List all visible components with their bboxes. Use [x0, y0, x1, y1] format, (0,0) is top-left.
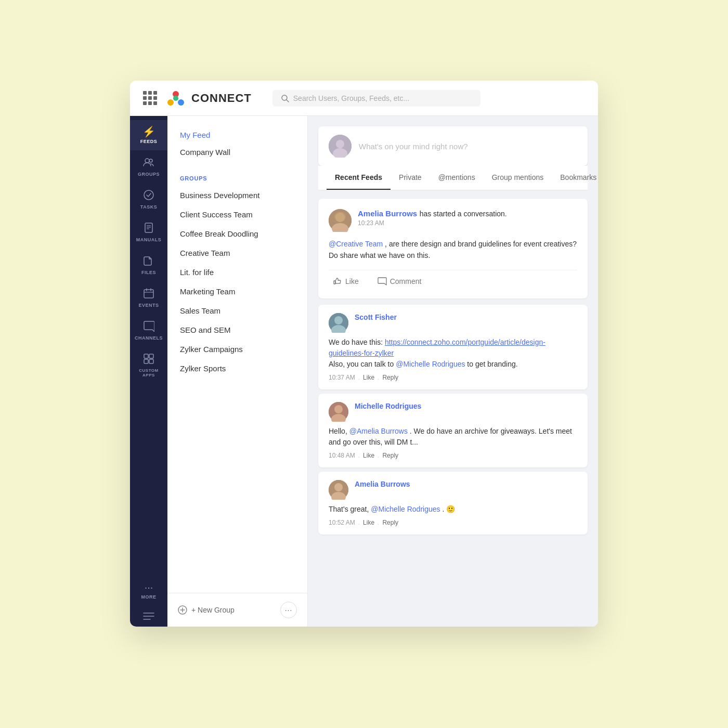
search-bar[interactable]: Search Users, Groups, Feeds, etc... [272, 90, 480, 107]
comment-body-amelia-reply: That's great, @Michelle Rodrigues . 🙂 [329, 504, 577, 515]
comment-time-scott: 10:37 AM [329, 374, 355, 381]
channels-label: CHANNELS [135, 335, 163, 341]
more-options-button[interactable]: ··· [280, 602, 297, 618]
group-item-marketing-team[interactable]: Marketing Team [167, 282, 307, 301]
group-name: Coffee Break Doodling [180, 229, 258, 238]
compose-placeholder[interactable]: What's on your mind right now? [359, 142, 468, 151]
dot-sep: . [378, 452, 379, 459]
svg-point-1 [167, 99, 174, 106]
new-group-button[interactable]: + New Group [178, 605, 235, 615]
sidebar-item-feeds[interactable]: ⚡ FEEDS [130, 120, 167, 150]
mention-michelle-2: @Michelle Rodrigues [371, 505, 440, 513]
comment-meta-michelle: Michelle Rodrigues [355, 402, 421, 422]
post-avatar-amelia [329, 209, 352, 232]
group-item-zylker-sports[interactable]: Zylker Sports [167, 359, 307, 378]
sidebar-item-channels[interactable]: CHANNELS [130, 314, 167, 347]
left-panel-content: My Feed Company Wall GROUPS Business Dev… [167, 116, 307, 593]
group-item-business-development[interactable]: Business Development [167, 186, 307, 205]
tab-recent-feeds[interactable]: Recent Feeds [327, 166, 391, 190]
svg-rect-34 [334, 281, 335, 284]
my-feed-link[interactable]: My Feed [167, 126, 307, 144]
main-body: ⚡ FEEDS GROUPS [130, 116, 598, 627]
comment-footer-amelia-reply: 10:52 AM . Like . Reply [329, 519, 577, 526]
comment-footer-scott: 10:37 AM . Like . Reply [329, 374, 577, 381]
comment-meta-amelia-reply: Amelia Burrows [355, 480, 410, 500]
comment-reply-michelle[interactable]: Reply [382, 452, 398, 459]
comment-like-michelle[interactable]: Like [363, 452, 374, 459]
comment-reply-amelia-reply[interactable]: Reply [382, 519, 398, 526]
sidebar-item-manuals[interactable]: MANUALS [130, 216, 167, 249]
company-wall-link[interactable]: Company Wall [167, 144, 307, 161]
comment-header-michelle: Michelle Rodrigues [329, 402, 577, 422]
svg-rect-13 [144, 290, 153, 298]
sidebar-item-more[interactable]: ··· MORE [130, 576, 167, 606]
brand-logo-icon [165, 88, 186, 109]
sidebar-item-groups[interactable]: GROUPS [130, 150, 167, 183]
comment-avatar-scott [329, 313, 348, 333]
group-item-sales-team[interactable]: Sales Team [167, 301, 307, 320]
feeds-label: FEEDS [140, 139, 158, 144]
tab-private[interactable]: Private [391, 166, 430, 190]
group-item-creative-team[interactable]: Creative Team [167, 243, 307, 263]
tab-group-mentions[interactable]: Group mentions [484, 166, 552, 190]
grid-icon [143, 91, 157, 105]
sidebar-item-tasks[interactable]: TASKS [130, 183, 167, 216]
sidebar-item-custom-apps[interactable]: CUSTOM APPS [130, 347, 167, 384]
comment-author-scott: Scott Fisher [355, 313, 397, 321]
group-item-zylker-campaigns[interactable]: Zylker Campaigns [167, 340, 307, 359]
left-panel-footer: + New Group ··· [167, 593, 307, 627]
comment-time-michelle: 10:48 AM [329, 452, 355, 459]
app-container: CONNECT Search Users, Groups, Feeds, etc… [130, 81, 598, 627]
comment-reply-scott[interactable]: Reply [382, 374, 398, 381]
svg-rect-17 [144, 354, 148, 358]
tabs-bar: Recent Feeds Private @mentions Group men… [318, 166, 588, 190]
feed-post-amelia: Amelia Burrows has started a conversatio… [318, 199, 588, 298]
group-item-coffee-break[interactable]: Coffee Break Doodling [167, 224, 307, 243]
comment-icon [378, 277, 387, 286]
brand-logo: CONNECT [165, 88, 252, 109]
comment-like-scott[interactable]: Like [363, 374, 374, 381]
tab-mentions[interactable]: @mentions [430, 166, 484, 190]
post-meta: Amelia Burrows has started a conversatio… [358, 209, 577, 227]
compose-avatar-image [329, 135, 352, 158]
groups-icon [143, 157, 154, 170]
sidebar-item-events[interactable]: EVENTS [130, 281, 167, 314]
sidebar-item-files[interactable]: FILES [130, 249, 167, 281]
mention-creative-team: @Creative Team [329, 240, 383, 248]
svg-rect-19 [144, 359, 148, 363]
plus-circle-icon [178, 605, 187, 615]
comment-amelia-reply: Amelia Burrows That's great, @Michelle R… [318, 472, 588, 535]
comment-scott: Scott Fisher We do have this: https://co… [318, 305, 588, 389]
group-item-client-success[interactable]: Client Success Team [167, 205, 307, 224]
custom-apps-label: CUSTOM APPS [134, 368, 163, 378]
post-header: Amelia Burrows has started a conversatio… [329, 209, 577, 232]
comment-like-amelia-reply[interactable]: Like [363, 519, 374, 526]
group-name: SEO and SEM [180, 326, 231, 334]
svg-point-3 [173, 96, 178, 101]
grid-menu-button[interactable] [140, 89, 159, 108]
group-item-lit-for-life[interactable]: Lit. for life [167, 263, 307, 282]
dot-sep: . [378, 374, 379, 381]
group-name: Zylker Campaigns [180, 345, 243, 354]
comment-header-amelia-reply: Amelia Burrows [329, 480, 577, 500]
like-button[interactable]: Like [329, 275, 363, 288]
comment-text-hello: Hello, [329, 427, 349, 435]
svg-point-6 [145, 159, 149, 163]
tab-bookmarks[interactable]: Bookmarks [552, 166, 598, 190]
tasks-icon [143, 189, 154, 202]
ellipsis-icon: ··· [285, 606, 293, 614]
channels-icon [143, 320, 154, 333]
svg-point-28 [336, 140, 344, 148]
group-name: Business Development [180, 191, 259, 200]
left-panel: My Feed Company Wall GROUPS Business Dev… [167, 116, 308, 627]
sidebar-bottom-icon[interactable] [130, 606, 167, 627]
svg-point-39 [334, 405, 343, 413]
search-placeholder: Search Users, Groups, Feeds, etc... [293, 94, 409, 102]
group-item-seo-sem[interactable]: SEO and SEM [167, 320, 307, 340]
comment-body-michelle: Hello, @Amelia Burrows . We do have an a… [329, 426, 577, 448]
more-label: MORE [141, 594, 157, 600]
manuals-label: MANUALS [136, 237, 162, 242]
new-group-label: + New Group [191, 606, 235, 614]
comment-header-scott: Scott Fisher [329, 313, 577, 333]
comment-button[interactable]: Comment [373, 275, 426, 288]
